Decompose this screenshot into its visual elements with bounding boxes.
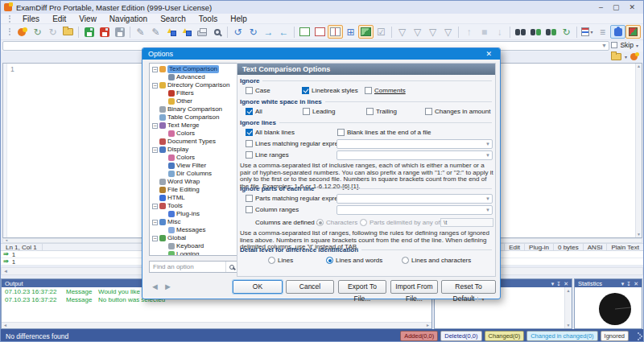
tree-item-text-merge[interactable]: −Text Merge bbox=[150, 122, 237, 130]
find-next-button[interactable] bbox=[528, 25, 543, 39]
leading-checkbox[interactable]: Leading bbox=[303, 107, 335, 116]
tree-item-binary-comparison[interactable]: Binary Comparison bbox=[150, 105, 237, 113]
linebreak-styles-checkbox[interactable]: Linebreak styles bbox=[302, 86, 358, 95]
panel-menu-icon[interactable]: ▾ bbox=[551, 281, 555, 286]
chevron-down-icon[interactable]: ▼ bbox=[601, 43, 607, 48]
find-option-input[interactable]: Find an option bbox=[149, 261, 237, 273]
prev-pane-button[interactable]: ← bbox=[276, 25, 291, 39]
lines-radio[interactable]: Lines bbox=[268, 256, 293, 265]
scroll-left-icon[interactable]: ◄ bbox=[3, 323, 7, 328]
line-inspector-button[interactable]: ≡ bbox=[595, 25, 610, 39]
tree-expander-icon[interactable]: − bbox=[152, 220, 158, 225]
layout-diff-button[interactable] bbox=[358, 25, 374, 39]
ignore-whitespace-button[interactable] bbox=[179, 25, 194, 39]
tree-item-filters[interactable]: Filters bbox=[150, 89, 237, 97]
tree-expander-icon[interactable]: − bbox=[152, 123, 158, 129]
next-pane-button[interactable]: → bbox=[261, 25, 276, 39]
save-all-button[interactable] bbox=[112, 25, 127, 39]
menu-navigation[interactable]: Navigation bbox=[104, 14, 153, 24]
edit-second-file-button[interactable]: ✎ bbox=[148, 25, 163, 39]
print-button[interactable] bbox=[194, 25, 209, 39]
import-from-file-button[interactable]: Import From File... bbox=[390, 280, 438, 294]
tree-expander-icon[interactable]: − bbox=[152, 204, 158, 209]
tree-expander-icon[interactable]: − bbox=[152, 236, 158, 241]
filter-added-button[interactable]: ▽ bbox=[410, 25, 425, 39]
whitespace-all-checkbox[interactable]: All bbox=[246, 107, 262, 116]
save-second-file-button[interactable] bbox=[97, 25, 112, 39]
scroll-up-icon[interactable]: ▲ bbox=[636, 64, 642, 69]
resize-grip[interactable] bbox=[634, 332, 642, 340]
save-first-file-button[interactable] bbox=[81, 25, 97, 39]
tree-expander-icon[interactable]: − bbox=[152, 147, 158, 153]
print-preview-button[interactable] bbox=[209, 25, 225, 39]
parts-regex-combo[interactable]: ▼ bbox=[336, 194, 493, 204]
refresh-search-button[interactable]: ↻ bbox=[559, 25, 574, 39]
case-checkbox[interactable]: Case bbox=[246, 86, 270, 95]
comparison-options-button[interactable] bbox=[625, 25, 641, 39]
tree-item-misc[interactable]: −Misc bbox=[150, 218, 237, 226]
tree-item-global[interactable]: −Global bbox=[150, 234, 237, 242]
line-ranges-combo[interactable]: ▼ bbox=[336, 150, 493, 160]
panel-vertical-scrollbar[interactable]: ▲▼ bbox=[564, 287, 572, 328]
parts-delimited-radio[interactable]: Parts delimited by any of: bbox=[360, 218, 442, 227]
menu-edit[interactable]: Edit bbox=[47, 14, 72, 24]
layout-first-only-button[interactable] bbox=[297, 25, 312, 39]
line-ranges-checkbox[interactable]: Line ranges bbox=[246, 150, 289, 159]
filter-changed-button[interactable]: ▽ bbox=[440, 25, 456, 39]
dropdown-arrow-icon[interactable]: ▾ bbox=[590, 29, 592, 35]
pin-icon[interactable]: ↧ bbox=[556, 281, 561, 286]
scroll-down-icon[interactable]: ▼ bbox=[636, 232, 642, 237]
lines-and-words-radio[interactable]: Lines and words bbox=[326, 256, 382, 265]
characters-radio[interactable]: Characters bbox=[316, 218, 357, 227]
swap-panes-button[interactable]: ↻ bbox=[45, 25, 60, 39]
maximize-button[interactable]: ▢ bbox=[613, 1, 620, 14]
export-to-file-button[interactable]: Export To File... bbox=[338, 280, 386, 294]
undo-button[interactable]: ↺ bbox=[230, 25, 246, 39]
menu-view[interactable]: View bbox=[73, 14, 102, 24]
blank-lines-end-checkbox[interactable]: Blank lines at the end of a file bbox=[337, 128, 431, 137]
output-horizontal-scrollbar[interactable]: ◄► bbox=[2, 322, 431, 328]
menu-files[interactable]: Files bbox=[17, 14, 45, 24]
reset-to-default-button[interactable]: Reset To Default▾ bbox=[441, 280, 496, 294]
tree-item-dir-columns[interactable]: Dir Columns bbox=[150, 170, 237, 178]
menu-search[interactable]: Search bbox=[155, 14, 192, 24]
lines-and-characters-radio[interactable]: Lines and characters bbox=[402, 256, 471, 265]
tree-expander-icon[interactable]: − bbox=[152, 67, 158, 72]
plugins-button[interactable] bbox=[610, 25, 625, 39]
menu-tools[interactable]: Tools bbox=[193, 14, 223, 24]
tree-item-html[interactable]: HTML bbox=[150, 194, 237, 202]
changes-in-amount-checkbox[interactable]: Changes in amount bbox=[425, 107, 490, 116]
chevron-down-icon[interactable]: ▼ bbox=[485, 208, 490, 212]
find-prev-button[interactable] bbox=[543, 25, 559, 39]
recompare-button[interactable]: ↻ bbox=[30, 25, 45, 39]
diff-map-button[interactable]: ▾ bbox=[580, 25, 595, 39]
search-button[interactable] bbox=[225, 262, 237, 272]
tree-item-messages[interactable]: Messages bbox=[150, 226, 237, 234]
tree-item-advanced[interactable]: Advanced bbox=[150, 73, 237, 81]
scroll-up-icon[interactable]: ▲ bbox=[565, 287, 572, 294]
chevron-down-icon[interactable]: ▼ bbox=[485, 142, 490, 146]
chevron-down-icon[interactable]: ▼ bbox=[485, 196, 490, 201]
tree-item-word-wrap[interactable]: Word Wrap bbox=[150, 178, 237, 186]
column-ranges-checkbox[interactable]: Column ranges bbox=[246, 205, 299, 214]
chevron-down-icon[interactable]: ▼ bbox=[485, 153, 490, 158]
layout-second-only-button[interactable] bbox=[312, 25, 328, 39]
layout-split-button[interactable] bbox=[328, 25, 343, 39]
tree-item-colors[interactable]: Colors bbox=[150, 130, 237, 138]
tree-item-directory-comparison[interactable]: −Directory Comparison bbox=[150, 81, 237, 89]
tree-item-document-types[interactable]: Document Types bbox=[150, 138, 237, 146]
open-files-button[interactable] bbox=[60, 25, 76, 39]
chevron-down-icon[interactable]: ▾ bbox=[477, 297, 484, 302]
tree-item-plug-ins[interactable]: Plug-ins bbox=[150, 210, 237, 218]
dialog-title-bar[interactable]: Options ✕ bbox=[142, 48, 500, 60]
compare-icon[interactable] bbox=[630, 52, 639, 61]
tree-item-view-filter[interactable]: View Filter bbox=[150, 162, 237, 170]
next-page-icon[interactable]: ► bbox=[163, 282, 172, 291]
next-difference-button[interactable]: ↓ bbox=[492, 25, 507, 39]
close-icon[interactable]: ✕ bbox=[634, 281, 638, 286]
tree-item-table-comparison[interactable]: Table Comparison bbox=[150, 113, 237, 122]
comments-checkbox[interactable]: Comments bbox=[365, 86, 406, 95]
redo-button[interactable]: ↻ bbox=[246, 25, 261, 39]
statistics-panel-header[interactable]: Statistics ▾ ↧ ✕ bbox=[575, 279, 642, 287]
compare-button[interactable] bbox=[14, 25, 30, 39]
